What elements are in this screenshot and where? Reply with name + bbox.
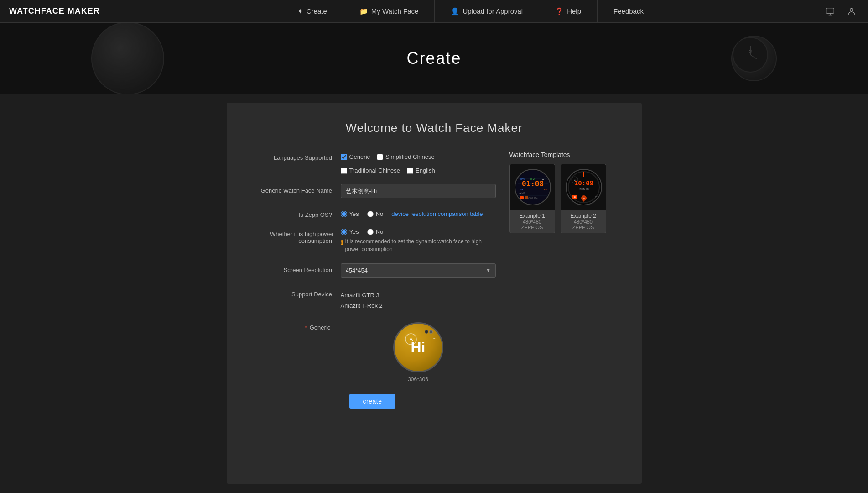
create-button[interactable]: create — [349, 394, 396, 409]
form-inner: Languages Supported: Generic Simplified … — [249, 151, 619, 409]
checkbox-generic[interactable]: Generic — [341, 153, 370, 160]
template-watch-0: 01:08 70% 05-20 ☁ 4567 224 — [515, 169, 551, 205]
nav-feedback-label: Feedback — [613, 7, 644, 15]
template-img-1: 10:09 MON 15 ◉ N — [561, 164, 606, 210]
high-power-info: ℹ It is recommended to set the dynamic w… — [341, 238, 496, 253]
name-control — [341, 184, 496, 198]
template-os-1: ZEPP OS — [565, 225, 602, 230]
resolution-control: 454*454 480*480 390*450 320*360 ▼ — [341, 263, 496, 278]
user-icon-btn[interactable] — [844, 4, 859, 19]
form-fields: Languages Supported: Generic Simplified … — [249, 151, 496, 409]
nav-help[interactable]: ❓ Help — [539, 0, 598, 23]
svg-text:☁: ☁ — [541, 178, 544, 180]
high-power-no-input[interactable] — [367, 229, 374, 235]
hero-watch-right: ⊙ — [731, 36, 777, 81]
help-icon: ❓ — [555, 7, 564, 16]
checkbox-simplified-chinese-input[interactable] — [377, 154, 383, 160]
templates-section: Watchface Templates — [509, 151, 619, 409]
svg-text:70%: 70% — [520, 178, 525, 180]
high-power-radio-group: Yes No — [341, 228, 496, 235]
nav-feedback[interactable]: Feedback — [598, 0, 660, 23]
checkbox-simplified-chinese[interactable]: Simplified Chinese — [377, 153, 435, 160]
checkbox-generic-input[interactable] — [341, 154, 347, 160]
languages-label: Languages Supported: — [249, 151, 341, 161]
template-os-0: ZEPP OS — [514, 225, 551, 230]
app-logo: WATCHFACE MAKER — [9, 6, 100, 16]
checkbox-traditional-chinese[interactable]: Traditional Chinese — [341, 167, 400, 174]
hero-watch-left — [91, 23, 164, 94]
checkbox-group: Generic Simplified Chinese Traditional C… — [341, 151, 496, 174]
zepp-os-yes-input[interactable] — [341, 211, 347, 217]
checkbox-traditional-chinese-input[interactable] — [341, 168, 347, 174]
support-device-list: Amazfit GTR 3 Amazfit T-Rex 2 — [341, 288, 496, 311]
upload-icon: 👤 — [451, 7, 459, 16]
nav-right-actions — [823, 4, 859, 19]
language-icon-btn[interactable] — [823, 4, 837, 19]
resolution-select[interactable]: 454*454 480*480 390*450 320*360 — [341, 263, 496, 278]
name-label: Generic Watch Face Name: — [249, 184, 341, 194]
zepp-os-label: Is Zepp OS?: — [249, 208, 341, 218]
high-power-yes-input[interactable] — [341, 229, 347, 235]
device-resolution-link[interactable]: device resolution comparison table — [391, 210, 483, 217]
nav-upload-for-approval[interactable]: 👤 Upload for Approval — [435, 0, 539, 23]
template-name-0: Example 1 — [514, 213, 551, 219]
template-res-1: 480*480 — [565, 219, 602, 225]
high-power-label: Whether it is high power consumption: — [249, 228, 341, 244]
support-device-label: Support Device: — [249, 288, 341, 298]
svg-point-9 — [410, 338, 412, 340]
languages-row: Languages Supported: Generic Simplified … — [249, 151, 496, 174]
languages-control: Generic Simplified Chinese Traditional C… — [341, 151, 496, 174]
checkbox-traditional-chinese-label: Traditional Chinese — [349, 167, 400, 174]
zepp-os-yes[interactable]: Yes — [341, 210, 359, 217]
template-img-0: 01:08 70% 05-20 ☁ 4567 224 — [510, 164, 555, 210]
svg-text:124: 124 — [519, 188, 523, 191]
info-icon: ℹ — [341, 238, 343, 247]
svg-text:01:08: 01:08 — [521, 179, 543, 188]
nav-bar: WATCHFACE MAKER ✦ Create 📁 My Watch Face… — [0, 0, 868, 23]
zepp-os-no-label: No — [376, 210, 384, 217]
watch-preview[interactable]: ~ Hi — [393, 322, 443, 372]
nav-my-watch-face[interactable]: 📁 My Watch Face — [343, 0, 435, 23]
generic-control: ~ Hi 306*306 — [341, 321, 496, 383]
name-input[interactable] — [341, 184, 496, 198]
svg-text:4567 224: 4567 224 — [528, 197, 537, 199]
nav-upload-label: Upload for Approval — [463, 7, 523, 15]
generic-label: * Generic : — [249, 321, 341, 331]
high-power-info-text: It is recommended to set the dynamic wat… — [345, 238, 496, 253]
nav-create-label: Create — [307, 7, 327, 15]
zepp-os-control: Yes No device resolution comparison tabl… — [341, 208, 496, 217]
checkbox-english[interactable]: English — [407, 167, 435, 174]
nav-links: ✦ Create 📁 My Watch Face 👤 Upload for Ap… — [118, 0, 823, 23]
generic-section: ~ Hi 306*306 — [341, 321, 496, 383]
folder-icon: 📁 — [359, 7, 368, 16]
template-card-1[interactable]: 10:09 MON 15 ◉ N — [561, 164, 606, 233]
nav-create[interactable]: ✦ Create — [281, 0, 343, 23]
support-device-row: Support Device: Amazfit GTR 3 Amazfit T-… — [249, 288, 496, 311]
svg-text:❤: ❤ — [574, 179, 576, 182]
templates-grid: 01:08 70% 05-20 ☁ 4567 224 — [509, 164, 619, 233]
zepp-os-no[interactable]: No — [367, 210, 384, 217]
zepp-os-no-input[interactable] — [367, 211, 374, 217]
checkbox-english-label: English — [416, 167, 435, 174]
checkbox-simplified-chinese-label: Simplified Chinese — [385, 153, 435, 160]
name-row: Generic Watch Face Name: — [249, 184, 496, 198]
template-card-0[interactable]: 01:08 70% 05-20 ☁ 4567 224 — [509, 164, 555, 233]
create-btn-row: create — [249, 394, 496, 409]
svg-rect-18 — [520, 196, 524, 199]
templates-title: Watchface Templates — [509, 151, 619, 158]
svg-text:N: N — [583, 197, 585, 200]
hero-title: Create — [406, 49, 461, 68]
nav-my-watch-face-label: My Watch Face — [371, 7, 419, 15]
generic-size: 306*306 — [408, 376, 428, 383]
svg-text:44°C: 44°C — [595, 195, 600, 198]
zepp-os-radio-group: Yes No device resolution comparison tabl… — [341, 208, 496, 217]
generic-row: * Generic : — [249, 321, 496, 383]
svg-text:10:09: 10:09 — [574, 179, 593, 187]
form-title: Welcome to Watch Face Maker — [249, 121, 619, 135]
checkbox-english-input[interactable] — [407, 168, 413, 174]
resolution-label: Screen Resolution: — [249, 263, 341, 273]
svg-text:436: 436 — [544, 188, 548, 191]
high-power-yes[interactable]: Yes — [341, 228, 359, 235]
high-power-no[interactable]: No — [367, 228, 384, 235]
checkbox-generic-label: Generic — [349, 153, 370, 160]
